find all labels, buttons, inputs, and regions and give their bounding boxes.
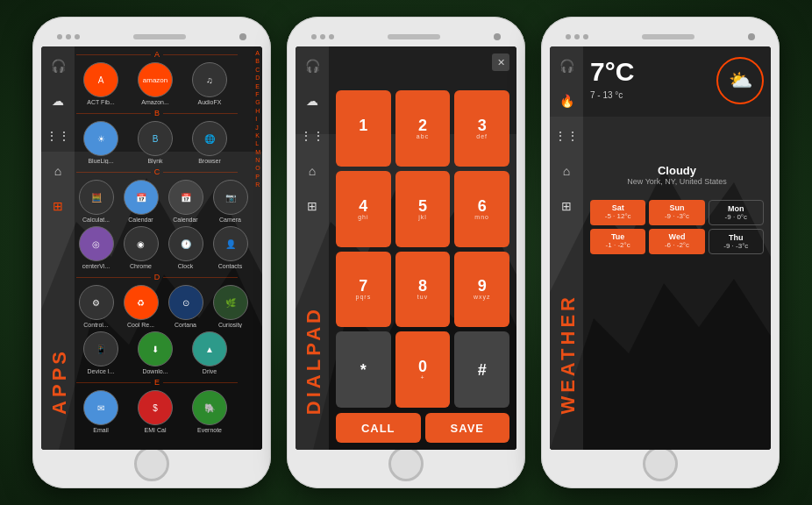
app-contacts[interactable]: 👤 Contacts [210, 226, 250, 269]
home-button[interactable] [134, 446, 169, 481]
app-calendar2[interactable]: 📅 Calendar [166, 180, 205, 223]
forecast-sun-day: Sun [653, 203, 700, 212]
forecast-mon-temp: -9 · 0°c [714, 213, 759, 221]
dial-btn-star[interactable]: * [336, 331, 391, 408]
sidebar-home-icon[interactable]: ⌂ [46, 159, 70, 183]
app-blynk[interactable]: B Blynk [131, 121, 180, 164]
dial-num-hash: # [478, 362, 487, 378]
sidebar-weather: 🎧 🔥 ⋮⋮ ⌂ ⊞ [550, 46, 583, 450]
dial-num-5: 5 [418, 198, 427, 214]
alpha-o[interactable]: O [255, 165, 260, 172]
sidebar-grid-icon-2[interactable]: ⋮⋮ [300, 124, 324, 148]
section-d-line2 [163, 277, 238, 278]
alpha-l[interactable]: L [255, 140, 260, 147]
dial-btn-4[interactable]: 4 ghi [336, 171, 391, 247]
app-calendar1[interactable]: 📅 Calendar [121, 180, 160, 223]
dial-btn-0[interactable]: 0 + [395, 331, 451, 408]
app-icon-audiofx: ♫ [192, 62, 227, 97]
app-clock[interactable]: 🕐 Clock [166, 226, 205, 269]
app-row-c1: 🧮 Calculat... 📅 Calendar 📅 Calendar 📷 Ca… [76, 180, 250, 223]
app-coolre[interactable]: ♻ Cool Re... [121, 285, 160, 328]
section-b-header: B [76, 109, 250, 117]
call-button[interactable]: CALL [336, 413, 421, 443]
alpha-e[interactable]: E [255, 83, 260, 90]
app-name-device: Device I... [76, 368, 125, 374]
dialpad-close-button[interactable]: ✕ [492, 53, 509, 71]
dial-btn-8[interactable]: 8 tuv [395, 252, 451, 328]
app-browser[interactable]: 🌐 Browser [185, 121, 234, 164]
dial-btn-6[interactable]: 6 mno [454, 171, 509, 247]
alpha-k[interactable]: K [255, 132, 260, 139]
sidebar-cloud-icon-2[interactable]: ☁ [300, 89, 324, 113]
section-c-line [76, 172, 151, 173]
section-d-label: D [154, 273, 160, 281]
dial-btn-2[interactable]: 2 abc [395, 90, 451, 167]
sidebar-cloud-icon[interactable]: ☁ [46, 89, 70, 113]
app-name-bluelight: BlueLig... [76, 158, 125, 164]
app-name-calendar2: Calendar [166, 217, 205, 223]
alpha-m[interactable]: M [255, 149, 260, 156]
app-camera[interactable]: 📷 Camera [210, 180, 250, 223]
dial-num-1: 1 [359, 117, 367, 133]
app-emical[interactable]: $ EMI Cal [131, 390, 180, 433]
forecast-mon-day: Mon [714, 204, 759, 213]
sensor-dot-7 [566, 34, 571, 39]
app-calculator[interactable]: 🧮 Calculat... [76, 180, 116, 223]
alpha-p[interactable]: P [255, 174, 260, 181]
home-button-3[interactable] [643, 446, 678, 481]
sidebar-apps-icon-3[interactable]: ⊞ [554, 194, 579, 218]
app-email[interactable]: ✉ Email [76, 390, 125, 433]
dial-sub-6: mno [474, 214, 489, 220]
alpha-h[interactable]: H [255, 108, 260, 115]
app-audiofx[interactable]: ♫ AudioFX [185, 62, 234, 105]
app-device[interactable]: 📱 Device I... [76, 331, 125, 374]
app-drive[interactable]: ▲ Drive [185, 331, 234, 374]
sidebar-weather-icon[interactable]: 🔥 [554, 89, 579, 113]
alpha-i[interactable]: I [255, 116, 260, 123]
sidebar-grid-icon-3[interactable]: ⋮⋮ [554, 124, 579, 148]
app-cortana[interactable]: ⊙ Cortana [166, 285, 205, 328]
dial-btn-1[interactable]: 1 [336, 90, 391, 167]
app-bluelight[interactable]: ☀ BlueLig... [76, 121, 125, 164]
app-centerview[interactable]: ◎ centerVi... [76, 226, 116, 269]
section-b-label: B [154, 109, 160, 117]
dial-btn-3[interactable]: 3 def [454, 90, 509, 167]
app-actfib[interactable]: A ACT Fib... [76, 62, 125, 105]
app-name-browser: Browser [185, 158, 234, 164]
app-name-curiosity: Curiosity [210, 322, 250, 328]
app-icon-cortana: ⊙ [168, 285, 203, 320]
forecast-sun: Sun -9 · -3°c [649, 200, 704, 225]
sidebar-headphone-icon[interactable]: 🎧 [46, 53, 70, 78]
alpha-n[interactable]: N [255, 157, 260, 164]
sidebar-apps-icon[interactable]: ⊞ [46, 194, 70, 218]
home-button-2[interactable] [388, 446, 424, 481]
alpha-r[interactable]: R [255, 181, 260, 188]
alpha-a[interactable]: A [255, 50, 260, 57]
sidebar-apps-icon-2[interactable]: ⊞ [300, 194, 324, 218]
app-amazon[interactable]: amazon Amazon... [131, 62, 180, 105]
sidebar-home-icon-3[interactable]: ⌂ [554, 159, 579, 183]
app-download[interactable]: ⬇ Downlo... [131, 331, 180, 374]
section-a-line [76, 54, 151, 55]
dial-btn-7[interactable]: 7 pqrs [336, 252, 391, 328]
alpha-d[interactable]: D [255, 75, 260, 82]
alpha-c[interactable]: C [255, 67, 260, 74]
app-curiosity[interactable]: 🌿 Curiosity [210, 285, 250, 328]
sidebar-headphone-icon-2[interactable]: 🎧 [300, 53, 324, 78]
dial-btn-5[interactable]: 5 jkl [395, 171, 451, 247]
app-chrome[interactable]: ◉ Chrome [121, 226, 160, 269]
dial-btn-9[interactable]: 9 wxyz [454, 252, 509, 328]
forecast-sat: Sat -5 · 12°c [590, 200, 645, 225]
alpha-b[interactable]: B [255, 58, 260, 65]
alpha-j[interactable]: J [255, 124, 260, 132]
save-button[interactable]: SAVE [425, 413, 510, 443]
sidebar-headphone-icon-3[interactable]: 🎧 [554, 53, 579, 78]
dial-btn-hash[interactable]: # [454, 331, 509, 408]
sensor-dot-4 [311, 34, 317, 39]
alpha-f[interactable]: F [255, 91, 260, 98]
sidebar-grid-icon[interactable]: ⋮⋮ [46, 124, 70, 148]
app-evernote[interactable]: 🐘 Evernote [185, 390, 234, 433]
app-control[interactable]: ⚙ Control... [76, 285, 116, 328]
sidebar-home-icon-2[interactable]: ⌂ [300, 159, 324, 183]
alpha-g[interactable]: G [255, 99, 260, 106]
